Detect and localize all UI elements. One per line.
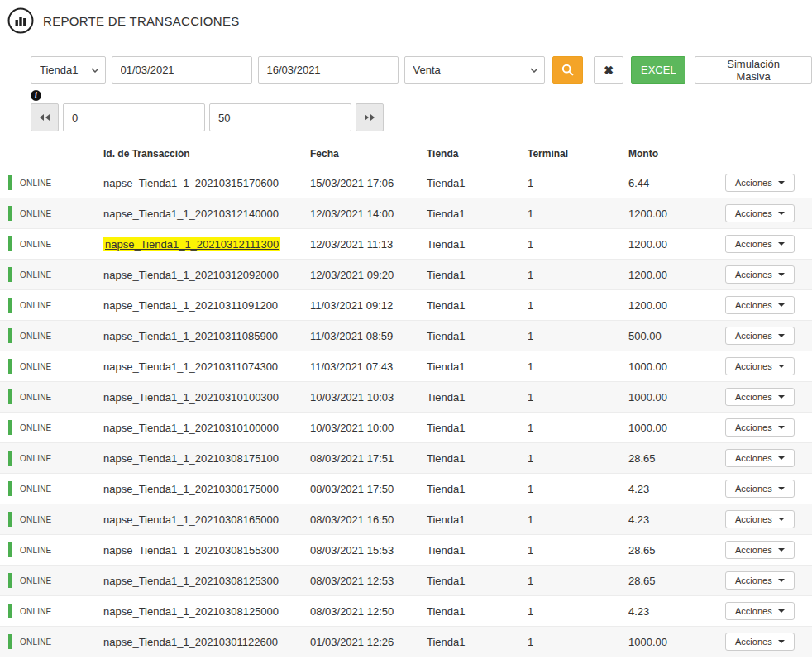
table-row: ONLINE napse_Tienda1_1_20210312111300 12… bbox=[0, 229, 812, 260]
online-status-bar-icon bbox=[8, 542, 12, 557]
acciones-button[interactable]: Acciones bbox=[725, 449, 795, 467]
caret-down-icon bbox=[778, 579, 785, 582]
online-status-bar-icon bbox=[8, 389, 12, 404]
status-badge: ONLINE bbox=[20, 179, 51, 188]
monto-cell: 6.44 bbox=[628, 177, 725, 189]
search-button[interactable] bbox=[552, 56, 583, 84]
caret-down-icon bbox=[778, 395, 785, 399]
terminal-cell: 1 bbox=[528, 422, 628, 434]
acciones-button[interactable]: Acciones bbox=[725, 327, 795, 345]
status-badge: ONLINE bbox=[20, 485, 51, 494]
acciones-cell: Acciones bbox=[725, 327, 812, 345]
tienda-cell: Tienda1 bbox=[427, 208, 528, 220]
monto-cell: 4.23 bbox=[628, 605, 725, 618]
acciones-button[interactable]: Acciones bbox=[725, 357, 795, 375]
terminal-cell: 1 bbox=[528, 391, 628, 404]
acciones-button[interactable]: Acciones bbox=[725, 633, 795, 651]
terminal-cell: 1 bbox=[528, 177, 628, 189]
status-badge: ONLINE bbox=[20, 607, 51, 616]
transaction-id: napse_Tienda1_1_20210310100000 bbox=[103, 422, 279, 434]
info-icon[interactable]: i bbox=[31, 90, 41, 101]
offset-input[interactable] bbox=[63, 103, 205, 131]
store-select[interactable]: Tienda1 bbox=[31, 56, 106, 84]
acciones-button-label: Acciones bbox=[735, 423, 772, 432]
monto-cell: 1200.00 bbox=[628, 238, 725, 251]
terminal-cell: 1 bbox=[528, 330, 628, 342]
monto-cell: 1000.00 bbox=[628, 391, 725, 404]
acciones-cell: Acciones bbox=[725, 418, 812, 437]
acciones-button[interactable]: Acciones bbox=[725, 204, 795, 222]
terminal-cell: 1 bbox=[528, 636, 628, 648]
status-cell: ONLINE bbox=[0, 328, 103, 343]
tienda-cell: Tienda1 bbox=[427, 636, 528, 648]
mass-simulation-button[interactable]: Simulación Masiva bbox=[695, 56, 812, 84]
column-header-fecha: Fecha bbox=[310, 148, 427, 160]
acciones-cell: Acciones bbox=[725, 357, 812, 375]
status-badge: ONLINE bbox=[20, 332, 51, 341]
status-cell: ONLINE bbox=[0, 481, 103, 496]
acciones-button[interactable]: Acciones bbox=[725, 480, 795, 498]
status-badge: ONLINE bbox=[20, 546, 51, 555]
fecha-cell: 11/03/2021 09:12 bbox=[310, 299, 427, 312]
tienda-cell: Tienda1 bbox=[427, 422, 528, 434]
status-badge: ONLINE bbox=[20, 576, 51, 585]
acciones-button[interactable]: Acciones bbox=[725, 418, 795, 437]
transaction-id: napse_Tienda1_1_20210308125300 bbox=[103, 575, 279, 587]
online-status-bar-icon bbox=[8, 634, 12, 649]
caret-down-icon bbox=[778, 426, 785, 429]
terminal-cell: 1 bbox=[528, 269, 628, 281]
excel-export-button[interactable]: EXCEL bbox=[631, 56, 685, 84]
tienda-cell: Tienda1 bbox=[427, 544, 528, 556]
close-icon: ✖ bbox=[604, 64, 614, 77]
next-page-button[interactable] bbox=[356, 103, 384, 131]
monto-cell: 1000.00 bbox=[628, 636, 725, 648]
transaction-type-select[interactable]: Venta bbox=[404, 56, 545, 84]
monto-cell: 1200.00 bbox=[628, 208, 725, 220]
monto-cell: 1200.00 bbox=[628, 269, 725, 281]
acciones-button[interactable]: Acciones bbox=[725, 174, 795, 192]
online-status-bar-icon bbox=[8, 451, 12, 466]
terminal-cell: 1 bbox=[528, 299, 628, 312]
status-cell: ONLINE bbox=[0, 542, 103, 557]
acciones-button[interactable]: Acciones bbox=[725, 388, 795, 406]
acciones-button[interactable]: Acciones bbox=[725, 571, 795, 590]
transaction-id: napse_Tienda1_1_20210312092000 bbox=[103, 269, 279, 281]
monto-cell: 1000.00 bbox=[628, 361, 725, 373]
acciones-button[interactable]: Acciones bbox=[725, 510, 795, 528]
acciones-cell: Acciones bbox=[725, 174, 812, 192]
acciones-button[interactable]: Acciones bbox=[725, 602, 795, 620]
acciones-button[interactable]: Acciones bbox=[725, 541, 795, 559]
acciones-button-label: Acciones bbox=[735, 453, 772, 463]
acciones-button-label: Acciones bbox=[735, 484, 772, 494]
acciones-button[interactable]: Acciones bbox=[725, 296, 795, 314]
transaction-id: napse_Tienda1_1_20210311091200 bbox=[103, 299, 278, 312]
acciones-button-label: Acciones bbox=[735, 239, 772, 249]
transaction-id-cell: napse_Tienda1_1_20210310100000 bbox=[103, 422, 310, 434]
acciones-cell: Acciones bbox=[725, 541, 812, 559]
acciones-button-label: Acciones bbox=[735, 270, 772, 279]
clear-filters-button[interactable]: ✖ bbox=[594, 56, 624, 84]
fecha-cell: 08/03/2021 12:50 bbox=[310, 605, 427, 618]
status-cell: ONLINE bbox=[0, 573, 103, 588]
tienda-cell: Tienda1 bbox=[427, 483, 528, 495]
fecha-cell: 08/03/2021 17:50 bbox=[310, 483, 427, 495]
online-status-bar-icon bbox=[8, 267, 12, 282]
acciones-button[interactable]: Acciones bbox=[725, 235, 795, 253]
date-from-input[interactable] bbox=[112, 56, 252, 84]
status-cell: ONLINE bbox=[0, 420, 103, 435]
date-to-input[interactable] bbox=[258, 56, 399, 84]
previous-page-button[interactable] bbox=[31, 103, 59, 131]
status-cell: ONLINE bbox=[0, 267, 103, 282]
terminal-cell: 1 bbox=[528, 575, 628, 587]
fecha-cell: 10/03/2021 10:00 bbox=[310, 422, 427, 434]
fecha-cell: 08/03/2021 15:53 bbox=[310, 544, 427, 556]
fecha-cell: 11/03/2021 07:43 bbox=[310, 361, 427, 373]
acciones-button[interactable]: Acciones bbox=[725, 265, 795, 284]
table-row: ONLINE napse_Tienda1_1_20210310100300 10… bbox=[0, 382, 812, 413]
status-badge: ONLINE bbox=[20, 393, 51, 402]
transaction-id-cell: napse_Tienda1_1_20210308175000 bbox=[103, 483, 310, 495]
tienda-cell: Tienda1 bbox=[427, 575, 528, 587]
terminal-cell: 1 bbox=[528, 452, 628, 465]
limit-input[interactable] bbox=[209, 103, 351, 131]
transaction-id: napse_Tienda1_1_20210308165000 bbox=[103, 513, 279, 526]
